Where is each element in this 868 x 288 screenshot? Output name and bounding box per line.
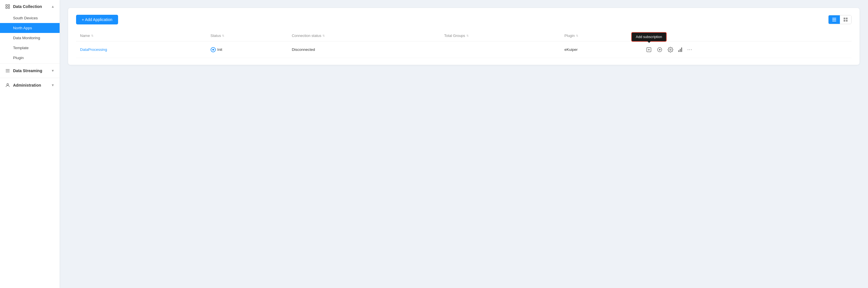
grid-icon [5,4,10,9]
sidebar-section-data-collection: Data Collection ▲ South Devices North Ap… [0,0,60,63]
user-icon [5,83,10,88]
stats-button[interactable] [677,46,683,53]
main-content: + Add Application [60,0,868,288]
chevron-down-icon-streaming: ▼ [51,69,55,73]
sort-icon-plugin: ⇅ [576,34,578,37]
sort-icon-name: ⇅ [91,34,93,37]
list-icon [5,68,10,73]
svg-rect-8 [832,18,836,19]
chevron-up-icon: ▲ [51,4,55,8]
sidebar-sub-plugin[interactable]: Plugin [0,53,60,63]
play-icon [657,47,662,53]
sidebar-data-streaming-label: Data Streaming [13,68,42,73]
add-subscription-button[interactable] [645,46,653,54]
sidebar-sub-north-apps[interactable]: North Apps [0,23,60,33]
more-options-button[interactable]: ··· [686,46,693,54]
content-card: + Add Application [68,8,860,65]
settings-button[interactable] [666,46,674,54]
col-header-status[interactable]: Status ⇅ [207,30,288,41]
sidebar-sub-template[interactable]: Template [0,43,60,53]
status-init-icon [211,47,216,52]
cell-plugin: eKuiper [561,41,641,58]
sidebar-item-data-collection[interactable]: Data Collection ▲ [0,0,60,13]
ellipsis-icon: ··· [687,47,692,53]
sidebar-section-administration: Administration ▼ [0,79,60,92]
svg-rect-0 [6,4,7,6]
cell-actions: Add subscription [641,41,851,58]
grid-view-icon [843,17,848,22]
sidebar: Data Collection ▲ South Devices North Ap… [0,0,60,288]
add-subscription-icon [646,47,652,53]
table-header: Name ⇅ Status ⇅ Connecti [76,30,851,41]
chevron-down-icon-admin: ▼ [51,83,55,87]
sidebar-data-collection-label: Data Collection [13,4,42,9]
status-text: Init [217,48,222,52]
divider-2 [0,78,60,78]
add-subscription-container: Add subscription [645,46,653,54]
cell-status: Init [207,41,288,58]
view-list-button[interactable] [829,15,840,24]
sidebar-administration-label: Administration [13,83,41,87]
bar-chart-icon [678,48,682,52]
sidebar-section-data-streaming: Data Streaming ▼ [0,64,60,77]
applications-table-container: Name ⇅ Status ⇅ Connecti [76,30,851,58]
list-view-icon [832,17,836,22]
view-grid-button[interactable] [840,15,851,24]
add-application-button[interactable]: + Add Application [76,15,118,24]
sidebar-sub-data-monitoring[interactable]: Data Monitoring [0,33,60,43]
cell-total-groups [440,41,561,58]
svg-rect-14 [846,20,847,22]
svg-rect-2 [6,7,7,8]
sort-icon-groups: ⇅ [466,34,469,37]
applications-table: Name ⇅ Status ⇅ Connecti [76,30,851,58]
view-toggle-group [828,15,851,24]
svg-point-20 [670,49,671,50]
svg-rect-3 [8,7,10,8]
svg-rect-1 [8,4,10,6]
table-row: DataProcessing Init Disconnected [76,41,851,58]
svg-rect-13 [844,20,845,22]
sort-icon-status: ⇅ [222,34,224,37]
sort-icon-connection: ⇅ [322,34,325,37]
add-subscription-tooltip: Add subscription [631,32,666,42]
sidebar-item-administration[interactable]: Administration ▼ [0,79,60,92]
col-header-name[interactable]: Name ⇅ [76,30,207,41]
col-header-connection-status[interactable]: Connection status ⇅ [288,30,440,41]
sidebar-sub-south-devices[interactable]: South Devices [0,13,60,23]
col-header-total-groups[interactable]: Total Groups ⇅ [440,30,561,41]
svg-marker-19 [659,49,661,51]
svg-point-7 [7,84,8,85]
app-name-link[interactable]: DataProcessing [80,48,107,52]
col-header-actions [641,30,851,41]
svg-rect-12 [846,18,847,19]
col-header-plugin[interactable]: Plugin ⇅ [561,30,641,41]
divider-1 [0,63,60,64]
play-button[interactable] [656,46,663,54]
sidebar-item-data-streaming[interactable]: Data Streaming ▼ [0,64,60,77]
toolbar: + Add Application [76,15,851,24]
gear-icon [668,47,673,53]
cell-connection-status: Disconnected [288,41,440,58]
svg-rect-11 [844,18,845,19]
svg-rect-10 [832,21,836,21]
table-body: DataProcessing Init Disconnected [76,41,851,58]
svg-rect-9 [832,19,836,20]
cell-name: DataProcessing [76,41,207,58]
